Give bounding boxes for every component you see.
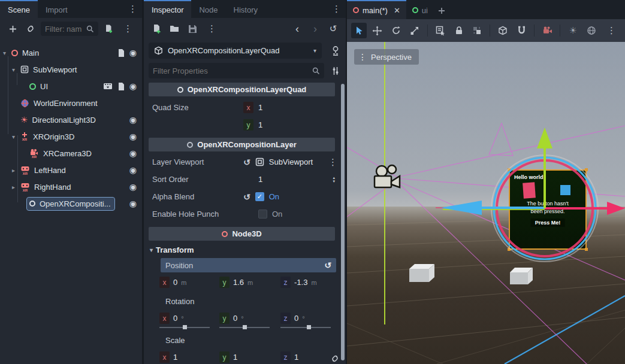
tree-row-subviewport[interactable]: ▾ SubViewport bbox=[0, 61, 142, 78]
visibility-eye-icon[interactable]: ◉ bbox=[129, 116, 137, 124]
rotation-property-header[interactable]: Rotation bbox=[161, 294, 336, 308]
perspective-menu-button[interactable]: ⋮ Perspective bbox=[354, 49, 419, 65]
scene-filter-box[interactable] bbox=[41, 22, 98, 36]
open-docs-button[interactable] bbox=[328, 43, 343, 59]
tab-inspector[interactable]: Inspector bbox=[144, 0, 191, 18]
lock-button[interactable] bbox=[451, 23, 467, 38]
alpha-blend-checkbox[interactable]: ✓ bbox=[255, 192, 264, 201]
tab-node[interactable]: Node bbox=[191, 0, 225, 18]
visibility-eye-icon[interactable]: ◉ bbox=[129, 149, 137, 157]
attach-script-button[interactable] bbox=[101, 21, 116, 37]
save-resource-button[interactable] bbox=[185, 21, 200, 37]
visibility-eye-icon[interactable]: ◉ bbox=[129, 166, 137, 174]
tree-row-ui[interactable]: UI ◉ bbox=[0, 78, 142, 95]
position-z-value[interactable]: -1.3 bbox=[294, 278, 307, 287]
category-openxrcompositionlayerquad[interactable]: OpenXRCompositionLayerQuad bbox=[149, 83, 335, 96]
gizmo-x-arrow[interactable] bbox=[545, 202, 625, 215]
scale-z-value[interactable]: 1 bbox=[294, 353, 298, 362]
instance-scene-button[interactable] bbox=[23, 21, 38, 37]
rotation-x-slider[interactable] bbox=[159, 327, 210, 328]
history-forward-button[interactable]: › bbox=[307, 21, 323, 37]
gizmo-z-arrow[interactable] bbox=[441, 201, 545, 215]
new-resource-button[interactable] bbox=[149, 21, 164, 37]
visibility-eye-icon[interactable]: ◉ bbox=[129, 132, 137, 141]
visibility-eye-icon[interactable]: ◉ bbox=[129, 48, 137, 57]
clapper-icon[interactable] bbox=[103, 82, 113, 90]
sort-order-value[interactable]: 1 bbox=[258, 175, 262, 184]
position-x-value[interactable]: 0 bbox=[173, 278, 177, 287]
gizmo-y-arrow[interactable] bbox=[537, 128, 552, 208]
tree-row-righthand[interactable]: ▸ XR RightHand ◉ bbox=[0, 178, 142, 195]
tree-row-main[interactable]: ▾ Main ◉ bbox=[0, 44, 142, 61]
load-resource-button[interactable] bbox=[167, 21, 182, 37]
tab-import[interactable]: Import bbox=[38, 0, 76, 18]
scale-y-value[interactable]: 1 bbox=[233, 353, 237, 362]
tree-row-worldenvironment[interactable]: WorldEnvironment bbox=[0, 95, 142, 111]
expander-down-icon[interactable]: ▾ bbox=[0, 50, 9, 56]
tree-row-directionallight3d[interactable]: ☀ DirectionalLight3D ◉ bbox=[0, 111, 142, 128]
camera-preview-button[interactable] bbox=[539, 23, 555, 38]
script-icon[interactable] bbox=[117, 82, 125, 91]
spinner-icon[interactable]: ▴▾ bbox=[333, 176, 337, 183]
expander-down-icon[interactable]: ▾ bbox=[9, 66, 18, 73]
rotation-z-value[interactable]: 0 bbox=[294, 314, 298, 323]
scene-tab-ui[interactable]: ui bbox=[406, 0, 434, 19]
inspector-panel-menu-icon[interactable]: ⋮ bbox=[327, 0, 346, 18]
rotation-z-slider[interactable] bbox=[280, 327, 331, 328]
object-history-button[interactable]: ↺ bbox=[325, 21, 341, 37]
tree-row-lefthand[interactable]: ▸ XR LeftHand ◉ bbox=[0, 162, 142, 178]
scene-panel-menu-icon[interactable]: ⋮ bbox=[123, 0, 142, 18]
slider-knob[interactable] bbox=[183, 325, 187, 329]
position-y-value[interactable]: 1.6 bbox=[233, 278, 244, 287]
visibility-eye-icon[interactable]: ◉ bbox=[129, 183, 137, 191]
property-filter-input[interactable] bbox=[153, 66, 309, 75]
quad-size-x-value[interactable]: 1 bbox=[258, 103, 262, 112]
rotation-x-value[interactable]: 0 bbox=[173, 314, 177, 323]
visibility-eye-icon[interactable]: ◉ bbox=[129, 82, 137, 90]
revert-icon[interactable]: ↺ bbox=[243, 192, 250, 202]
viewport-3d[interactable]: Hello world! The button hasn't been pres… bbox=[347, 42, 625, 364]
rotation-y-value[interactable]: 0 bbox=[233, 314, 237, 323]
category-node3d[interactable]: Node3D bbox=[149, 227, 335, 241]
property-tools-button[interactable] bbox=[328, 63, 343, 78]
script-icon[interactable] bbox=[117, 48, 125, 57]
category-openxrcompositionlayer[interactable]: OpenXRCompositionLayer bbox=[149, 138, 335, 151]
slider-knob[interactable] bbox=[243, 325, 247, 329]
quad-size-y-value[interactable]: 1 bbox=[258, 120, 262, 129]
tree-row-openxrcomposition[interactable]: OpenXRCompositi... ◉ bbox=[0, 195, 142, 212]
group-button[interactable] bbox=[470, 23, 485, 38]
snap-button[interactable] bbox=[514, 23, 529, 38]
viewport-menu-icon[interactable]: ⋮ bbox=[602, 25, 621, 36]
history-back-button[interactable]: ‹ bbox=[289, 21, 305, 37]
rotate-tool-button[interactable] bbox=[388, 23, 404, 38]
transform-section-header[interactable]: ▾ Transform bbox=[146, 241, 337, 256]
expander-right-icon[interactable]: ▸ bbox=[9, 184, 18, 190]
tree-row-xrorigin3d[interactable]: ▾ XR XROrigin3D ◉ bbox=[0, 128, 142, 145]
scale-property-header[interactable]: Scale bbox=[161, 333, 336, 347]
tab-history[interactable]: History bbox=[226, 0, 265, 18]
visibility-eye-icon[interactable]: ◉ bbox=[129, 199, 137, 208]
scene-tab-main[interactable]: main(*) ✕ bbox=[347, 0, 406, 19]
resource-menu-icon[interactable]: ⋮ bbox=[203, 23, 221, 34]
position-property-header[interactable]: Position ↺ bbox=[161, 258, 336, 272]
move-tool-button[interactable] bbox=[370, 23, 385, 38]
rotation-y-slider[interactable] bbox=[219, 327, 270, 328]
hole-punch-checkbox[interactable] bbox=[258, 210, 267, 219]
revert-icon[interactable]: ↺ bbox=[324, 260, 331, 270]
expander-right-icon[interactable]: ▸ bbox=[9, 167, 18, 174]
slider-knob[interactable] bbox=[307, 325, 311, 329]
preview-environment-button[interactable] bbox=[584, 23, 599, 38]
scene-toolbar-menu-icon[interactable]: ⋮ bbox=[119, 23, 137, 34]
new-scene-tab-button[interactable] bbox=[434, 3, 449, 19]
preview-sunlight-button[interactable]: ☀ bbox=[565, 23, 581, 38]
scale-x-value[interactable]: 1 bbox=[173, 353, 177, 362]
inspector-scrollbar[interactable] bbox=[341, 84, 345, 360]
select-tool-button[interactable] bbox=[351, 23, 367, 38]
property-filter-box[interactable] bbox=[149, 63, 324, 78]
scene-filter-input[interactable] bbox=[45, 25, 83, 34]
viewport-options-icon[interactable]: ⋮ bbox=[324, 157, 337, 168]
local-space-button[interactable] bbox=[495, 23, 511, 38]
scale-tool-button[interactable] bbox=[407, 23, 422, 38]
revert-icon[interactable]: ↺ bbox=[243, 157, 250, 167]
layer-viewport-value[interactable]: SubViewport bbox=[269, 157, 313, 166]
